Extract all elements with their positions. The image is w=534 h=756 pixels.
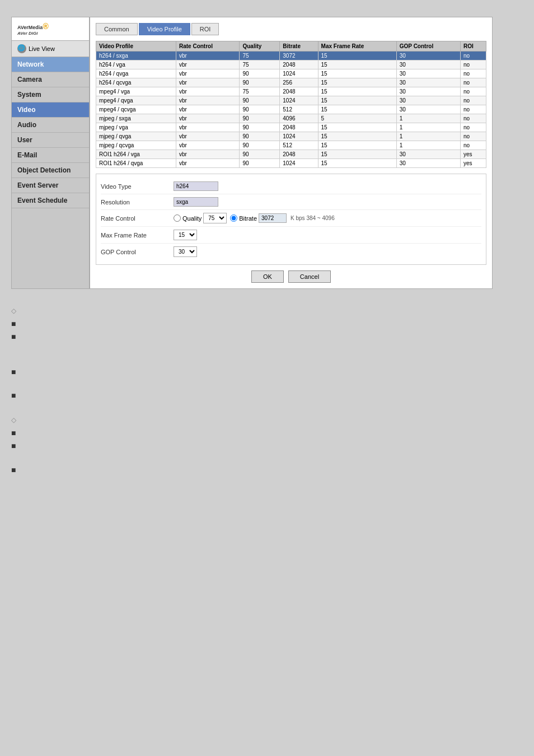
- cell-quality: 90: [240, 123, 280, 132]
- quality-select[interactable]: 75 80 85 90 95: [203, 213, 227, 223]
- cell-gop: 30: [396, 60, 460, 69]
- sidebar-link-network[interactable]: Network: [12, 57, 89, 72]
- video-type-input[interactable]: [174, 181, 218, 191]
- logo-sub: AVer DiGi: [17, 31, 83, 36]
- col-header-bitrate: Bitrate: [280, 41, 318, 52]
- cell-gop: 30: [396, 105, 460, 114]
- resolution-input[interactable]: [174, 197, 218, 207]
- sidebar-link-audio[interactable]: Audio: [12, 118, 89, 132]
- col-header-rate-control: Rate Control: [176, 41, 240, 52]
- table-row[interactable]: mpeg4 / qvgavbr9010241530no: [96, 96, 486, 105]
- cell-rate: vbr: [176, 69, 240, 78]
- cell-quality: 90: [240, 114, 280, 123]
- bitrate-input[interactable]: [259, 213, 287, 223]
- max-frame-rate-row: Max Frame Rate 5 10 15 20 25 30: [101, 227, 481, 244]
- sidebar-item-system[interactable]: System: [12, 87, 89, 102]
- tab-video-profile[interactable]: Video Profile: [139, 23, 190, 35]
- sidebar-link-user[interactable]: User: [12, 133, 89, 147]
- profile-table: Video Profile Rate Control Quality Bitra…: [96, 41, 486, 168]
- cell-gop: 30: [396, 150, 460, 159]
- sidebar-item-audio[interactable]: Audio: [12, 118, 89, 133]
- table-row[interactable]: mpeg4 / vgavbr7520481530no: [96, 87, 486, 96]
- rate-control-group: Quality 75 80 85 90 95 Bitrate: [174, 213, 335, 223]
- cell-profile: mpeg4 / vga: [96, 87, 176, 96]
- cell-bitrate: 2048: [280, 60, 318, 69]
- tabs-container: Common Video Profile ROI: [96, 23, 486, 35]
- cell-profile: mjpeg / qcvga: [96, 141, 176, 150]
- sidebar-link-event-server[interactable]: Event Server: [12, 178, 89, 193]
- cell-bitrate: 2048: [280, 150, 318, 159]
- notes-section: ◇ ■ ■ ■ ■ ◇ ■ ■ ■: [11, 300, 523, 484]
- cancel-button[interactable]: Cancel: [288, 270, 331, 283]
- cell-quality: 75: [240, 52, 280, 60]
- sidebar-link-camera[interactable]: Camera: [12, 72, 89, 87]
- table-row[interactable]: h264 / qcvgavbr902561530no: [96, 78, 486, 87]
- max-frame-rate-label: Max Frame Rate: [101, 232, 174, 239]
- table-row[interactable]: mjpeg / sxgavbr90409651no: [96, 114, 486, 123]
- note-bullet-4: ■: [11, 367, 16, 377]
- table-row[interactable]: ROI1 h264 / vgavbr9020481530yes: [96, 150, 486, 159]
- quality-radio[interactable]: [174, 214, 181, 222]
- cell-profile: mjpeg / sxga: [96, 114, 176, 123]
- cell-rate: vbr: [176, 96, 240, 105]
- table-row[interactable]: h264 / qvgavbr9010241530no: [96, 69, 486, 78]
- table-row[interactable]: h264 / vgavbr7520481530no: [96, 60, 486, 69]
- sidebar-item-network[interactable]: Network: [12, 57, 89, 72]
- tab-roi[interactable]: ROI: [191, 23, 219, 35]
- tab-common[interactable]: Common: [96, 23, 138, 35]
- cell-quality: 90: [240, 69, 280, 78]
- table-row[interactable]: mjpeg / vgavbr902048151no: [96, 123, 486, 132]
- table-row[interactable]: mpeg4 / qcvgavbr905121530no: [96, 105, 486, 114]
- cell-rate: vbr: [176, 114, 240, 123]
- bitrate-radio[interactable]: [230, 214, 237, 222]
- col-header-roi: ROI: [460, 41, 486, 52]
- cell-roi: no: [460, 123, 486, 132]
- brand-text: AVerMedia: [17, 25, 43, 30]
- note-9: ■: [11, 465, 523, 475]
- cell-maxfr: 15: [318, 78, 396, 87]
- table-row[interactable]: mjpeg / qvgavbr901024151no: [96, 132, 486, 141]
- sidebar-item-camera[interactable]: Camera: [12, 72, 89, 87]
- cell-rate: vbr: [176, 141, 240, 150]
- col-header-max-frame-rate: Max Frame Rate: [318, 41, 396, 52]
- note-bullet-9: ■: [11, 465, 16, 475]
- cell-bitrate: 1024: [280, 159, 318, 168]
- gop-control-select[interactable]: 1 5 10 15 20 25 30: [174, 246, 197, 257]
- cell-quality: 90: [240, 105, 280, 114]
- cell-maxfr: 15: [318, 69, 396, 78]
- sidebar-link-email[interactable]: E-Mail: [12, 148, 89, 162]
- form-section: Video Type Resolution Rate Control Quali…: [96, 174, 486, 265]
- table-row[interactable]: ROI1 h264 / qvgavbr9010241530yes: [96, 159, 486, 168]
- live-view-button[interactable]: 🌐 Live View: [12, 41, 89, 57]
- video-type-label: Video Type: [101, 183, 174, 190]
- sidebar-item-event-server[interactable]: Event Server: [12, 178, 89, 193]
- sidebar-menu: Network Camera System Video Audio User: [12, 57, 89, 208]
- note-2: ■: [11, 319, 523, 329]
- col-header-quality: Quality: [240, 41, 280, 52]
- sidebar-item-event-schedule[interactable]: Event Schedule: [12, 193, 89, 208]
- cell-bitrate: 1024: [280, 132, 318, 141]
- sidebar-item-video[interactable]: Video: [12, 102, 89, 118]
- ok-button[interactable]: OK: [251, 270, 284, 283]
- table-row[interactable]: h264 / sxgavbr7530721530no: [96, 52, 486, 60]
- rate-control-label: Rate Control: [101, 215, 174, 222]
- sidebar-item-email[interactable]: E-Mail: [12, 148, 89, 163]
- cell-quality: 90: [240, 132, 280, 141]
- note-1: ◇: [11, 306, 523, 316]
- cell-maxfr: 15: [318, 150, 396, 159]
- cell-profile: h264 / vga: [96, 60, 176, 69]
- sidebar-link-video[interactable]: Video: [12, 102, 89, 117]
- sidebar-link-event-schedule[interactable]: Event Schedule: [12, 193, 89, 208]
- cell-gop: 30: [396, 159, 460, 168]
- max-frame-rate-select[interactable]: 5 10 15 20 25 30: [174, 230, 197, 240]
- cell-quality: 90: [240, 159, 280, 168]
- table-row[interactable]: mjpeg / qcvgavbr90512151no: [96, 141, 486, 150]
- quality-radio-label: Quality: [182, 215, 202, 222]
- sidebar-item-user[interactable]: User: [12, 133, 89, 148]
- cell-profile: ROI1 h264 / qvga: [96, 159, 176, 168]
- sidebar-item-object-detection[interactable]: Object Detection: [12, 163, 89, 178]
- sidebar-link-object-detection[interactable]: Object Detection: [12, 163, 89, 178]
- cell-rate: vbr: [176, 123, 240, 132]
- cell-roi: no: [460, 52, 486, 60]
- sidebar-link-system[interactable]: System: [12, 87, 89, 102]
